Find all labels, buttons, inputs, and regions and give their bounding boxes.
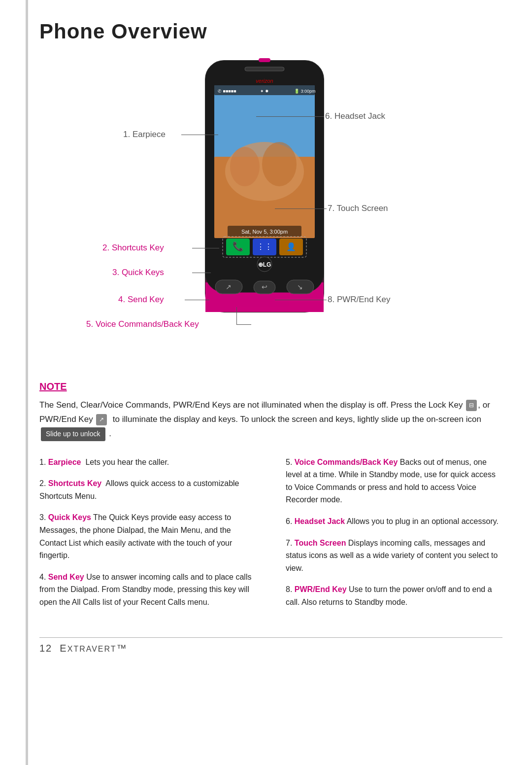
desc-item-3: 3. Quick Keys The Quick Keys provide eas… [39, 511, 256, 561]
svg-text:✦ ✸: ✦ ✸ [260, 89, 269, 94]
desc-item-1: 1. Earpiece Lets you hear the caller. [39, 456, 256, 469]
label-earpiece-diagram: 1. Earpiece [123, 130, 166, 139]
svg-text:👤: 👤 [286, 242, 296, 251]
desc-item-8: 8. PWR/End Key Use to turn the power on/… [286, 583, 502, 608]
desc-item-6: 6. Headset Jack Allows you to plug in an… [286, 515, 502, 528]
desc-item-4: 4. Send Key Use to answer incoming calls… [39, 571, 256, 609]
svg-text:⊕LG: ⊕LG [258, 261, 271, 268]
phone-image: ✆ ■■■■■ ✦ ✸ 🔋 3:00pm verizon Sat, Nov 5,… [200, 58, 329, 314]
svg-text:🔋 3:00pm: 🔋 3:00pm [294, 88, 316, 94]
label-pwr-end-key-diagram: 8. PWR/End Key [328, 295, 391, 305]
label-send-key-diagram: 4. Send Key [118, 295, 164, 305]
desc-item-7: 7. Touch Screen Displays incoming calls,… [286, 537, 502, 575]
svg-text:Sat, Nov 5, 3:00pm: Sat, Nov 5, 3:00pm [241, 229, 288, 235]
svg-point-11 [262, 142, 297, 186]
label-shortcuts-key-diagram: 2. Shortcuts Key [102, 243, 164, 253]
slide-unlock-badge: Slide up to unlock [41, 427, 105, 441]
pwr-end-icon: ↗ [96, 414, 107, 425]
phone-diagram: ✆ ■■■■■ ✦ ✸ 🔋 3:00pm verizon Sat, Nov 5,… [39, 58, 502, 364]
svg-text:📞: 📞 [233, 241, 244, 252]
line-pwr-end-key [275, 300, 327, 300]
svg-text:✆ ■■■■■: ✆ ■■■■■ [218, 89, 236, 94]
desc-col-right: 5. Voice Commands/Back Key Backs out of … [286, 456, 502, 618]
desc-item-2: 2. Shortcuts Key Allows quick access to … [39, 477, 256, 502]
note-section: NOTE The Send, Clear/Voice Commands, PWR… [39, 379, 502, 441]
desc-col-left: 1. Earpiece Lets you hear the caller. 2.… [39, 456, 256, 618]
desc-columns: 1. Earpiece Lets you hear the caller. 2.… [39, 456, 502, 618]
note-body: The Send, Clear/Voice Commands, PWR/End … [39, 398, 502, 441]
svg-rect-35 [259, 58, 270, 62]
line-quick-keys [192, 273, 211, 273]
label-quick-keys-diagram: 3. Quick Keys [112, 268, 164, 278]
svg-text:↘: ↘ [297, 283, 303, 291]
svg-rect-36 [245, 67, 284, 71]
svg-text:↗: ↗ [226, 283, 232, 291]
svg-text:⋮⋮: ⋮⋮ [257, 243, 272, 251]
label-touch-screen-diagram: 7. Touch Screen [328, 204, 388, 213]
label-voice-commands-diagram: 5. Voice Commands/Back Key [86, 319, 199, 329]
line-send-key [185, 300, 209, 300]
desc-item-5: 5. Voice Commands/Back Key Backs out of … [286, 456, 502, 506]
line-voice-commands-v [236, 307, 237, 325]
line-shortcuts-key [192, 248, 219, 248]
note-title: NOTE [39, 379, 502, 394]
line-touch-screen [275, 209, 327, 209]
line-earpiece [181, 135, 218, 135]
footer-brand: EXTRAVERT™ [60, 643, 127, 654]
page-footer: 12 EXTRAVERT™ [39, 637, 502, 664]
lock-key-icon: ⊟ [466, 400, 477, 411]
footer-text: 12 EXTRAVERT™ [39, 643, 128, 654]
svg-rect-34 [240, 296, 289, 307]
svg-text:verizon: verizon [256, 78, 273, 84]
page-title: Phone Overview [39, 20, 502, 43]
svg-point-10 [230, 147, 260, 186]
label-headset-jack: 6. Headset Jack [325, 111, 385, 121]
svg-text:↩: ↩ [262, 283, 267, 291]
line-headset-jack [256, 116, 324, 117]
page-left-bar [26, 0, 28, 765]
line-voice-commands [236, 324, 251, 325]
